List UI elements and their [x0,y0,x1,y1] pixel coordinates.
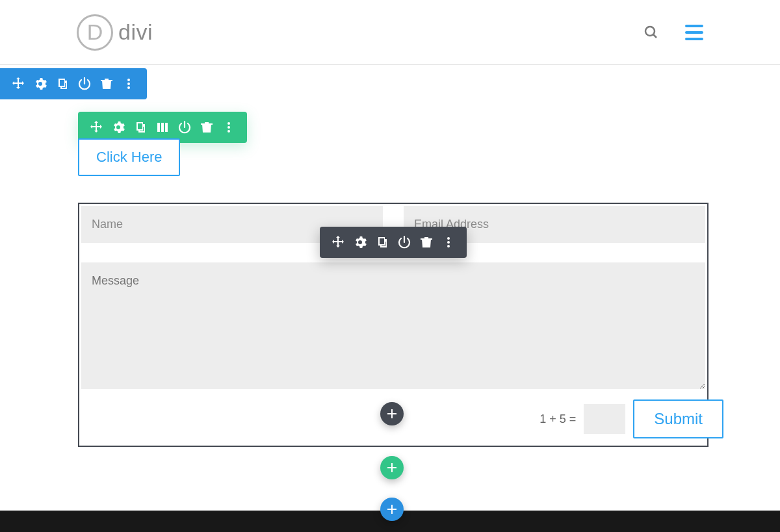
logo-mark: D [77,14,113,51]
gear-icon[interactable] [34,77,47,90]
site-header: D divi [0,0,780,65]
module-toolbar [320,227,467,258]
columns-icon[interactable] [156,121,169,134]
header-actions [644,25,703,40]
logo-letter: D [87,19,103,45]
svg-point-0 [645,27,655,36]
add-module-button[interactable] [380,402,404,425]
svg-rect-7 [165,123,168,132]
delete-icon[interactable] [100,77,113,90]
more-icon[interactable] [442,236,455,249]
captcha-input[interactable] [584,404,625,434]
menu-icon[interactable] [685,25,703,40]
add-row-button[interactable] [380,456,404,479]
section-toolbar [0,68,147,99]
power-icon[interactable] [78,77,91,90]
duplicate-icon[interactable] [56,77,69,90]
svg-point-13 [447,245,450,247]
click-here-button[interactable]: Click Here [78,138,180,176]
svg-point-10 [228,130,230,133]
move-icon[interactable] [332,236,344,249]
logo-text: divi [118,19,153,45]
power-icon[interactable] [398,236,411,249]
message-field[interactable] [81,262,705,389]
svg-point-4 [127,86,130,89]
gear-icon[interactable] [112,121,125,134]
more-icon[interactable] [222,121,235,134]
duplicate-icon[interactable] [134,121,147,134]
submit-button[interactable]: Submit [633,399,723,438]
svg-point-12 [447,241,450,244]
delete-icon[interactable] [200,121,213,134]
move-icon[interactable] [12,77,25,90]
more-icon[interactable] [122,77,135,90]
svg-point-8 [228,122,230,125]
captcha-question: 1 + 5 = [540,412,576,426]
gear-icon[interactable] [354,236,367,249]
svg-point-2 [127,79,130,81]
svg-line-1 [653,34,656,38]
add-section-button[interactable] [380,498,404,521]
svg-point-3 [127,82,130,85]
duplicate-icon[interactable] [376,236,389,249]
delete-icon[interactable] [420,236,433,249]
svg-rect-6 [161,123,164,132]
svg-point-11 [447,237,450,240]
power-icon[interactable] [178,121,191,134]
search-icon[interactable] [644,25,659,40]
site-logo[interactable]: D divi [77,14,153,51]
svg-point-9 [228,126,230,129]
move-icon[interactable] [90,121,103,134]
svg-rect-5 [157,123,160,132]
